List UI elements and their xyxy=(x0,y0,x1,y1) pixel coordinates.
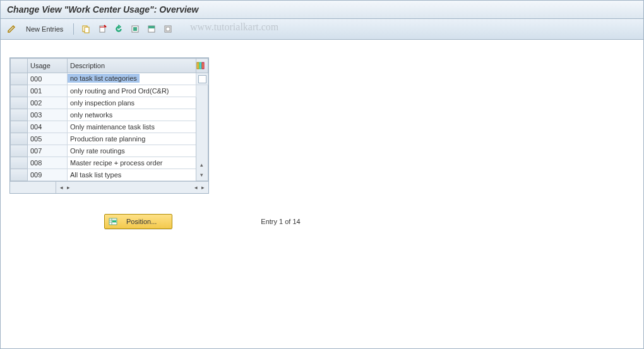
svg-rect-13 xyxy=(112,221,116,223)
position-icon xyxy=(109,217,117,226)
description-cell[interactable]: All task list types xyxy=(68,169,196,181)
table-row: 003only networks xyxy=(11,109,208,121)
row-selector-header[interactable] xyxy=(11,59,28,73)
configure-columns-icon[interactable] xyxy=(196,59,208,73)
usage-cell[interactable]: 009 xyxy=(28,169,68,181)
table-row: 001only routing and Prod Ord(C&R)▴▾ xyxy=(11,85,208,97)
row-selector[interactable] xyxy=(11,97,28,109)
application-toolbar: New Entries www.tutorialkart.com xyxy=(1,19,643,40)
usage-cell[interactable]: 008 xyxy=(28,157,68,169)
row-selector[interactable] xyxy=(11,121,28,133)
content-area: Usage Description 000no task list catego… xyxy=(1,40,643,229)
table-row: 000no task list categories xyxy=(11,73,208,85)
row-selector[interactable] xyxy=(11,157,28,169)
position-button-label: Position... xyxy=(126,218,157,225)
scroll-right-icon[interactable]: ◂ xyxy=(193,184,199,191)
scroll-top-cell[interactable] xyxy=(196,73,208,85)
usage-cell[interactable]: 000 xyxy=(28,73,68,85)
table-row: 009All task list types xyxy=(11,169,208,181)
row-selector[interactable] xyxy=(11,133,28,145)
select-all-icon[interactable] xyxy=(128,22,142,36)
usage-cell[interactable]: 003 xyxy=(28,109,68,121)
svg-rect-9 xyxy=(197,62,199,69)
description-cell[interactable]: only networks xyxy=(68,109,196,121)
description-cell[interactable]: Only rate routings xyxy=(68,145,196,157)
scroll-up-icon[interactable]: ▴ xyxy=(197,160,206,169)
scroll-down-icon[interactable]: ▾ xyxy=(197,170,206,179)
svg-rect-4 xyxy=(133,27,137,31)
usage-cell[interactable]: 002 xyxy=(28,97,68,109)
description-cell[interactable]: Production rate planning xyxy=(68,133,196,145)
usage-header[interactable]: Usage xyxy=(28,59,68,73)
row-selector[interactable] xyxy=(11,109,28,121)
description-cell[interactable]: Only maintenance task lists xyxy=(68,121,196,133)
sap-window: Change View "Work Center Usage": Overvie… xyxy=(0,0,644,349)
data-grid: Usage Description 000no task list catego… xyxy=(9,57,209,194)
scroll-right-last-icon[interactable]: ▸ xyxy=(200,184,206,191)
copy-as-icon[interactable] xyxy=(79,22,93,36)
page-title: Change View "Work Center Usage": Overvie… xyxy=(1,1,643,19)
toggle-change-icon[interactable] xyxy=(4,22,18,36)
row-selector[interactable] xyxy=(11,85,28,97)
scroll-left-first-icon[interactable]: ◂ xyxy=(59,184,64,191)
row-selector[interactable] xyxy=(11,73,28,85)
svg-rect-6 xyxy=(148,26,155,28)
deselect-all-icon[interactable] xyxy=(161,22,175,36)
watermark-text: www.tutorialkart.com xyxy=(190,21,278,33)
vertical-scrollbar[interactable]: ▴▾ xyxy=(196,85,208,181)
row-selector[interactable] xyxy=(11,145,28,157)
entry-counter: Entry 1 of 14 xyxy=(261,218,300,225)
new-entries-label: New Entries xyxy=(26,25,63,33)
delete-icon[interactable] xyxy=(95,22,109,36)
table-row: 005Production rate planning xyxy=(11,133,208,145)
description-header[interactable]: Description xyxy=(68,59,196,73)
table-row: 007Only rate routings xyxy=(11,145,208,157)
scroll-left-icon[interactable]: ▸ xyxy=(66,184,71,191)
undo-change-icon[interactable] xyxy=(112,22,126,36)
description-cell[interactable]: no task list categories xyxy=(68,73,196,85)
table-row: 008Master recipe + process order xyxy=(11,157,208,169)
usage-cell[interactable]: 001 xyxy=(28,85,68,97)
horizontal-scrollbar: ◂ ▸ ◂ ▸ xyxy=(10,181,208,193)
svg-rect-11 xyxy=(202,62,204,69)
usage-cell[interactable]: 005 xyxy=(28,133,68,145)
description-cell[interactable]: only inspection plans xyxy=(68,97,196,109)
row-selector[interactable] xyxy=(11,169,28,181)
toolbar-separator xyxy=(73,23,74,35)
table-row: 004Only maintenance task lists xyxy=(11,121,208,133)
description-cell[interactable]: Master recipe + process order xyxy=(68,157,196,169)
title-text: Change View "Work Center Usage": Overvie… xyxy=(7,4,198,15)
usage-cell[interactable]: 004 xyxy=(28,121,68,133)
description-cell[interactable]: only routing and Prod Ord(C&R) xyxy=(68,85,196,97)
position-button[interactable]: Position... xyxy=(104,214,172,229)
footer-row: Position... Entry 1 of 14 xyxy=(9,214,643,229)
svg-rect-1 xyxy=(85,27,89,33)
select-block-icon[interactable] xyxy=(145,22,158,36)
table-row: 002only inspection plans xyxy=(11,97,208,109)
new-entries-button[interactable]: New Entries xyxy=(21,23,68,35)
svg-rect-10 xyxy=(200,62,201,69)
usage-cell[interactable]: 007 xyxy=(28,145,68,157)
